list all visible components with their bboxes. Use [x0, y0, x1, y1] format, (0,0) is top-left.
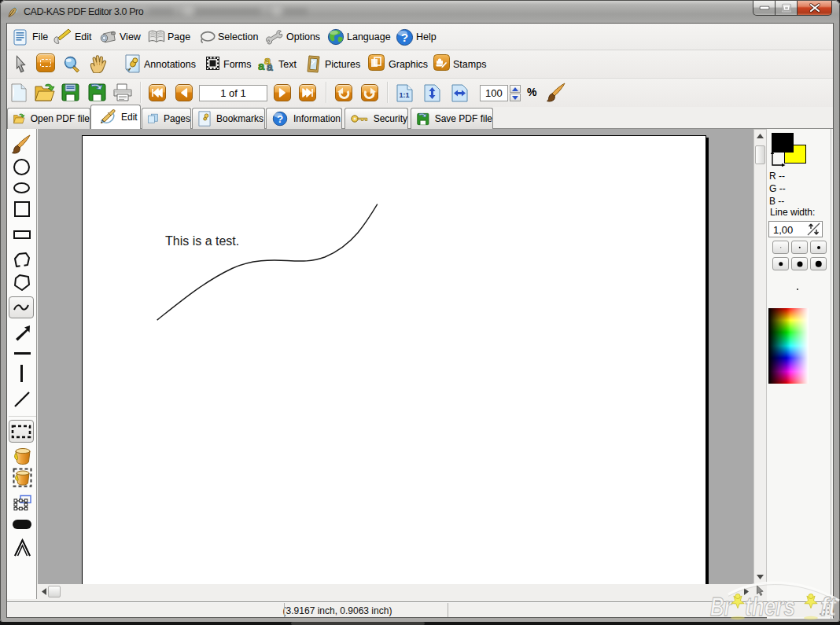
svg-text:?: ? [277, 113, 283, 125]
svg-text:Br: Br [710, 591, 732, 621]
svg-text:thers: thers [745, 591, 795, 621]
svg-text:a: a [258, 59, 265, 72]
svg-text:1:1: 1:1 [399, 91, 409, 99]
svg-text:a: a [267, 61, 273, 73]
svg-text:?: ? [401, 31, 408, 44]
